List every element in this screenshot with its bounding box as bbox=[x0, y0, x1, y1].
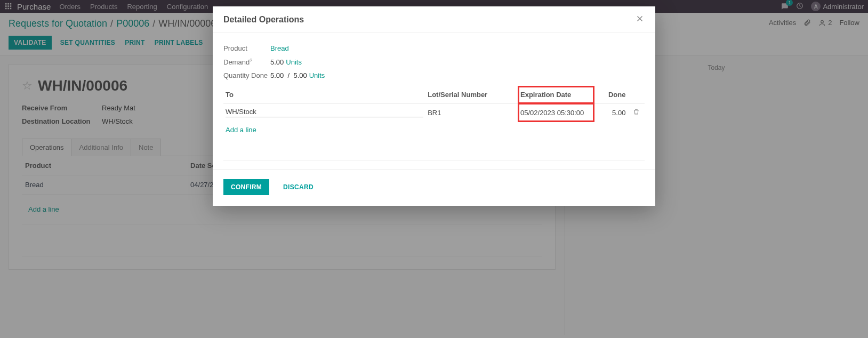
modal-product-label: Product bbox=[223, 44, 270, 52]
modal-add-line-link[interactable]: Add a line bbox=[226, 126, 256, 134]
modal-demand-value: 5.00Units bbox=[270, 58, 302, 66]
cell-lot[interactable]: BR1 bbox=[425, 103, 518, 122]
col-expiration-date: Expiration Date bbox=[518, 86, 594, 103]
discard-button[interactable]: DISCARD bbox=[276, 179, 321, 195]
col-done: Done bbox=[594, 86, 628, 103]
modal-demand-units[interactable]: Units bbox=[286, 58, 302, 66]
modal-demand-label: Demand? bbox=[223, 58, 270, 66]
detailed-operations-modal: Detailed Operations Product Bread Demand… bbox=[213, 6, 655, 206]
table-row[interactable]: WH/Stock BR1 05/02/2023 05:30:00 5.00 bbox=[223, 103, 645, 122]
modal-lines-table: To Lot/Serial Number Expiration Date Don… bbox=[223, 86, 645, 154]
modal-title: Detailed Operations bbox=[223, 15, 304, 25]
col-lot: Lot/Serial Number bbox=[425, 86, 518, 103]
modal-qty-done-units[interactable]: Units bbox=[309, 71, 325, 79]
delete-row-icon[interactable] bbox=[628, 103, 645, 122]
help-icon[interactable]: ? bbox=[250, 58, 252, 63]
confirm-button[interactable]: CONFIRM bbox=[223, 179, 269, 195]
cell-expiration-date[interactable]: 05/02/2023 05:30:00 bbox=[518, 103, 594, 122]
col-to: To bbox=[223, 86, 425, 103]
modal-overlay: Detailed Operations Product Bread Demand… bbox=[0, 0, 868, 338]
modal-qty-done-label: Quantity Done bbox=[223, 71, 270, 79]
close-icon[interactable] bbox=[635, 14, 645, 25]
modal-qty-done-value: 5.00 / 5.00Units bbox=[270, 71, 325, 79]
modal-product-value[interactable]: Bread bbox=[270, 44, 289, 52]
cell-to[interactable]: WH/Stock bbox=[226, 108, 423, 117]
cell-done[interactable]: 5.00 bbox=[594, 103, 628, 122]
